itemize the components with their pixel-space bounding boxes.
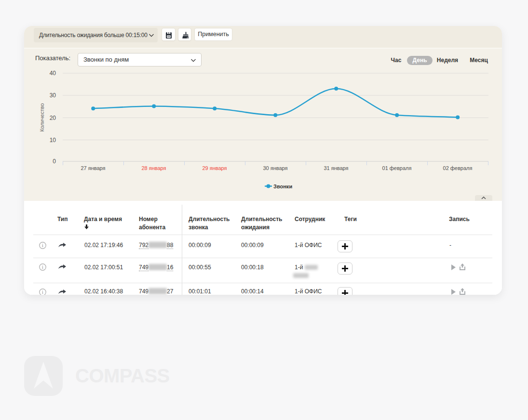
- svg-text:i: i: [42, 243, 43, 248]
- svg-text:01 февраля: 01 февраля: [382, 165, 412, 171]
- svg-text:30 января: 30 января: [263, 165, 287, 171]
- svg-text:28 января: 28 января: [141, 165, 166, 171]
- svg-text:27 января: 27 января: [81, 165, 105, 171]
- svg-text:02 февраля: 02 февраля: [443, 165, 473, 171]
- svg-text:0: 0: [53, 158, 56, 165]
- svg-text:i: i: [42, 289, 43, 295]
- svg-text:31 января: 31 января: [324, 165, 348, 171]
- svg-text:40: 40: [50, 70, 56, 77]
- svg-text:20: 20: [50, 115, 56, 121]
- svg-text:Звонки: Звонки: [273, 184, 292, 189]
- svg-text:10: 10: [50, 137, 56, 144]
- svg-text:i: i: [42, 264, 43, 270]
- svg-text:Количество: Количество: [39, 103, 45, 131]
- svg-text:29 января: 29 января: [202, 165, 227, 171]
- svg-text:30: 30: [50, 92, 56, 99]
